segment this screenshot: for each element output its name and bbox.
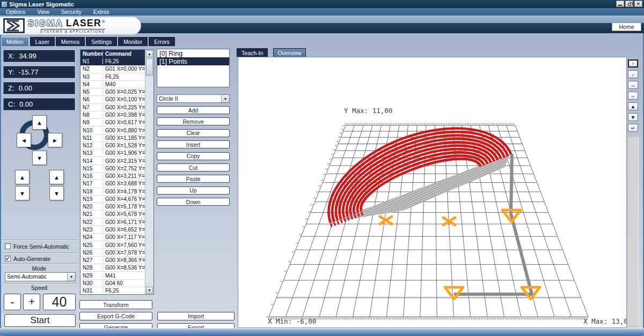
- gcode-row-n2[interactable]: N2G01 X=0,000 Y=0,0...: [80, 65, 145, 73]
- jog-down-button[interactable]: ▼: [32, 151, 47, 165]
- gcode-cell-command: G00 X=0,880 Y=2,8...: [103, 128, 145, 133]
- down-button[interactable]: Down: [157, 198, 230, 206]
- paste-button[interactable]: Paste: [157, 175, 230, 183]
- view-down-button[interactable]: ↓: [628, 70, 638, 78]
- jog-left-button[interactable]: ◄: [17, 133, 31, 147]
- tab-settings[interactable]: Settings: [86, 37, 117, 46]
- up-button[interactable]: Up: [157, 186, 230, 195]
- tab-errors[interactable]: Errors: [149, 37, 175, 46]
- start-button[interactable]: Start: [4, 314, 76, 327]
- gcode-row-n22[interactable]: N22G00 X=6,171 Y=4,8...: [80, 219, 145, 226]
- remove-button[interactable]: Remove: [157, 117, 230, 125]
- gcode-row-n30[interactable]: N30G04 60: [80, 280, 145, 287]
- gcode-row-n26[interactable]: N26G00 X=7,978 Y=4,0...: [80, 249, 145, 257]
- close-button[interactable]: ×: [634, 1, 642, 7]
- gcode-row-n23[interactable]: N23G00 X=6,652 Y=4,7...: [80, 226, 145, 234]
- speed-decrease-button[interactable]: -: [4, 294, 21, 310]
- menu-item-security[interactable]: Security: [55, 9, 87, 15]
- overview-scene[interactable]: Y Max: 11,00X Min: -6,00X Max: 13,00: [238, 57, 627, 328]
- insert-button[interactable]: Insert: [157, 140, 230, 148]
- gcode-row-n12[interactable]: N12G00 X=1,528 Y=3,5...: [80, 142, 145, 150]
- force-semi-automatic-checkbox[interactable]: [5, 243, 11, 249]
- scroll-down-icon[interactable]: ▼: [146, 287, 153, 294]
- gcode-row-n14[interactable]: N14G00 X=2,315 Y=4,2...: [80, 157, 145, 165]
- tab-monitor[interactable]: Monitor: [118, 37, 148, 46]
- view-tab-overview[interactable]: Overview: [273, 48, 306, 57]
- divider: [2, 263, 78, 264]
- view-reset-button[interactable]: ↵: [628, 124, 638, 132]
- jog-up-button[interactable]: ▲: [32, 115, 47, 130]
- gcode-row-n29[interactable]: N29M41: [80, 272, 145, 279]
- gcode-row-n19[interactable]: N19G00 X=4,676 Y=4,9...: [80, 196, 145, 203]
- jog-right-button[interactable]: ►: [48, 133, 62, 147]
- gcode-row-n16[interactable]: N16G00 X=3,211 Y=4,6...: [80, 173, 145, 180]
- jog-c-up-button[interactable]: ▲: [49, 170, 64, 184]
- transform-button[interactable]: Transform: [79, 300, 152, 309]
- minimize-button[interactable]: [616, 1, 624, 7]
- dropdown-arrow-icon[interactable]: ▼: [67, 273, 75, 281]
- view-right-button[interactable]: →: [628, 81, 638, 89]
- gcode-cell-number: N19: [80, 196, 103, 202]
- menu-item-extras[interactable]: Extras: [87, 9, 115, 15]
- scrollbar-thumb[interactable]: [146, 58, 153, 76]
- clear-button[interactable]: Clear: [157, 129, 230, 137]
- speed-increase-button[interactable]: +: [23, 294, 40, 310]
- gcode-cell-number: N20: [80, 204, 103, 210]
- view-zoom-in-button[interactable]: ▲: [628, 102, 638, 110]
- gcode-row-n8[interactable]: N8G00 X=0,398 Y=1,9...: [80, 111, 145, 119]
- jog-c-down-button[interactable]: ▼: [49, 186, 64, 200]
- divider: [2, 252, 78, 253]
- gcode-row-n31[interactable]: N31F6,25: [80, 287, 145, 294]
- menu-item-view[interactable]: View: [31, 9, 55, 15]
- gcode-row-n24[interactable]: N24G00 X=7,117 Y=4,5...: [80, 234, 145, 241]
- view-left-button[interactable]: ←: [628, 92, 638, 100]
- gcode-row-n5[interactable]: N5G00 X=0,025 Y=0,5...: [80, 88, 145, 96]
- restore-button[interactable]: [625, 1, 633, 7]
- menu-item-options[interactable]: Options: [0, 9, 31, 15]
- shape-select[interactable]: Circle II ▼: [157, 94, 230, 103]
- view-zoom-out-button[interactable]: ▼: [628, 113, 638, 121]
- mode-select[interactable]: Semi-Automatic ▼: [5, 272, 76, 281]
- gcode-row-n3[interactable]: N3F6,25: [80, 73, 145, 81]
- gcode-scrollbar[interactable]: ▲ ▼: [145, 50, 153, 294]
- gcode-row-n17[interactable]: N17G00 X=3,688 Y=4,8...: [80, 180, 145, 188]
- gcode-cell-command: G00 X=5,178 Y=4,9...: [103, 204, 145, 210]
- copy-button[interactable]: Copy: [157, 152, 230, 160]
- gcode-row-n20[interactable]: N20G00 X=5,178 Y=4,9...: [80, 203, 145, 211]
- speed-label: Speed: [0, 285, 78, 291]
- object-item--1-points[interactable]: [1] Points: [157, 57, 229, 65]
- import-button[interactable]: Import: [157, 312, 235, 320]
- tab-laser[interactable]: Laser: [30, 37, 55, 46]
- jog-z-up-button[interactable]: ▲: [15, 170, 30, 184]
- cut-button[interactable]: Cut: [157, 163, 230, 171]
- gcode-row-n9[interactable]: N9G00 X=0,617 Y=2,4...: [80, 119, 145, 126]
- gcode-row-n10[interactable]: N10G00 X=0,880 Y=2,8...: [80, 126, 145, 134]
- view-up-button[interactable]: ↑: [628, 59, 638, 68]
- gcode-row-n7[interactable]: N7G00 X=0,225 Y=1,4...: [80, 104, 145, 111]
- gcode-row-n18[interactable]: N18G00 X=4,178 Y=4,9...: [80, 188, 145, 196]
- gcode-row-n6[interactable]: N6G00 X=0,100 Y=0,9...: [80, 96, 145, 103]
- view-tab-teach-in[interactable]: Teach-In: [237, 48, 268, 57]
- object-item--0-ring[interactable]: [0] Ring: [157, 49, 229, 57]
- auto-generate-checkbox[interactable]: ✓: [5, 256, 11, 262]
- scroll-up-icon[interactable]: ▲: [146, 50, 153, 57]
- tab-motion[interactable]: Motion: [1, 37, 29, 46]
- tab-memos[interactable]: Memos: [56, 37, 85, 46]
- gcode-row-n27[interactable]: N27G00 X=8,366 Y=3,6...: [80, 257, 145, 264]
- view-scrollbar-track[interactable]: [627, 136, 639, 327]
- home-button[interactable]: Home: [612, 23, 641, 31]
- gcode-row-n1[interactable]: N1F6,25: [80, 58, 145, 65]
- object-list[interactable]: [0] Ring[1] Points: [157, 49, 230, 87]
- gcode-row-n21[interactable]: N21G00 X=5,678 Y=4,9...: [80, 211, 145, 218]
- jog-z-down-button[interactable]: ▼: [15, 186, 30, 200]
- overview-canvas[interactable]: Y Max: 11,00X Min: -6,00X Max: 13,00: [238, 57, 627, 328]
- add-button[interactable]: Add: [157, 106, 230, 114]
- gcode-row-n11[interactable]: N11G00 X=1,185 Y=3,2...: [80, 135, 145, 142]
- gcode-row-n25[interactable]: N25G00 X=7,560 Y=4,2...: [80, 241, 145, 249]
- gcode-row-n15[interactable]: N15G00 X=2,752 Y=4,4...: [80, 165, 145, 173]
- gcode-row-n28[interactable]: N28G00 X=8,536 Y=3,5...: [80, 264, 145, 272]
- gcode-row-n13[interactable]: N13G00 X=1,906 Y=3,9...: [80, 150, 145, 157]
- gcode-row-n4[interactable]: N4M40: [80, 81, 145, 88]
- export-gcode-button[interactable]: Export G-Code: [79, 312, 152, 320]
- dropdown-arrow-icon[interactable]: ▼: [221, 95, 229, 102]
